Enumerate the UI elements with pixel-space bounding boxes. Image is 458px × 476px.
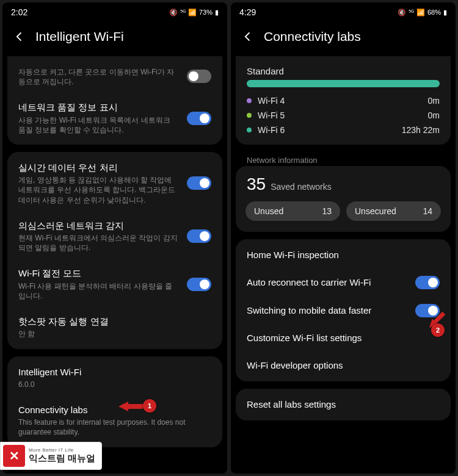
item-mobile-data-faster[interactable]: Switching to mobile data faster 2: [236, 297, 451, 325]
settings-card: Intelligent Wi-Fi 6.0.0 Connectivity lab…: [7, 356, 222, 447]
callout-badge-1: 1: [143, 399, 156, 413]
toggle-auto-reconnect[interactable]: [415, 276, 440, 289]
legend-label: Wi-Fi 5: [258, 110, 422, 120]
setting-desc: 현재 Wi-Fi 네트워크에서 의심스러운 작업이 감지되면 알림을 받습니다.: [18, 233, 178, 253]
mute-icon: 🔇: [169, 9, 178, 16]
chip-unsecured[interactable]: Unsecured 14: [346, 201, 441, 221]
status-time: 2:02: [11, 7, 27, 17]
watermark-logo-icon: ✕: [3, 445, 25, 467]
page-header: Intelligent Wi-Fi: [2, 20, 227, 56]
legend-label: Wi-Fi 4: [258, 96, 422, 106]
signal-icon: 📶: [188, 9, 197, 16]
setting-title: 실시간 데이터 우선 처리: [18, 162, 178, 174]
status-icons: 🔇 ⁵ᴳ 📶 68% ▮: [398, 9, 447, 16]
toggle-auto-wifi[interactable]: [187, 70, 211, 83]
chip-unused[interactable]: Unused 13: [245, 201, 340, 221]
setting-title: Connectivity labs: [18, 404, 203, 416]
chip-value: 14: [423, 206, 432, 216]
watermark-tagline: More Better IT Life: [29, 447, 95, 453]
mute-icon: 🔇: [398, 9, 406, 16]
status-bar: 4:29 🔇 ⁵ᴳ 📶 68% ▮: [231, 2, 456, 20]
back-icon[interactable]: [13, 31, 26, 43]
saved-count: 35: [247, 175, 266, 194]
setting-desc: 사용 가능한 Wi-Fi 네트워크 목록에서 네트워크 품질 정보를 확인할 수…: [18, 115, 178, 135]
legend-value: 0m: [428, 96, 440, 106]
standard-card: Standard Wi-Fi 4 0m Wi-Fi 5 0m Wi-Fi 6 1…: [236, 56, 451, 145]
settings-card: 자동으로 켜고, 다른 곳으로 이동하면 Wi-Fi가 자동으로 꺼집니다. 네…: [7, 56, 222, 145]
setting-title: Intelligent Wi-Fi: [18, 366, 203, 378]
page-title: Intelligent Wi-Fi: [35, 29, 124, 44]
legend-dot: [247, 113, 252, 118]
setting-desc: Wi-Fi 사용 패턴을 분석하여 배터리 사용량을 줄입니다.: [18, 281, 178, 301]
battery-text: 73%: [199, 9, 213, 16]
network-icon: ⁵ᴳ: [409, 9, 414, 16]
saved-networks[interactable]: 35 Saved networks: [236, 168, 451, 199]
legend-row: Wi-Fi 6 123h 22m: [236, 123, 451, 142]
watermark: ✕ More Better IT Life 익스트림 매뉴얼: [0, 442, 102, 470]
legend-row: Wi-Fi 4 0m: [236, 93, 451, 108]
settings-content[interactable]: 자동으로 켜고, 다른 곳으로 이동하면 Wi-Fi가 자동으로 꺼집니다. 네…: [2, 56, 227, 474]
battery-icon: ▮: [215, 9, 219, 16]
chips-row: Unused 13 Unsecured 14: [236, 199, 451, 229]
connectivity-labs-row[interactable]: Connectivity labs This feature is for in…: [7, 397, 222, 445]
legend-row: Wi-Fi 5 0m: [236, 108, 451, 123]
toggle-suspicious-detect[interactable]: [187, 229, 211, 243]
item-reset-labs[interactable]: Reset all labs settings: [236, 391, 451, 418]
phone-right: 4:29 🔇 ⁵ᴳ 📶 68% ▮ Connectivity labs Stan…: [231, 2, 456, 474]
toggle-realtime-priority[interactable]: [187, 176, 211, 190]
item-home-inspection[interactable]: Home Wi-Fi inspection: [236, 242, 451, 269]
status-bar: 2:02 🔇 ⁵ᴳ 📶 73% ▮: [2, 2, 227, 20]
setting-title: 의심스러운 네트워크 감지: [18, 220, 178, 232]
item-customize-list[interactable]: Customize Wi-Fi list settings: [236, 325, 451, 352]
setting-row[interactable]: 핫스팟 자동 실행 연결 안 함: [7, 308, 222, 346]
setting-row[interactable]: 네트워크 품질 정보 표시 사용 가능한 Wi-Fi 네트워크 목록에서 네트워…: [7, 94, 222, 142]
page-header: Connectivity labs: [231, 20, 456, 56]
item-developer-options[interactable]: Wi-Fi developer options: [236, 352, 451, 379]
signal-icon: 📶: [416, 9, 425, 16]
network-info-card: 35 Saved networks Unused 13 Unsecured 14: [236, 166, 451, 232]
chip-label: Unsecured: [355, 206, 396, 216]
item-title: Home Wi-Fi inspection: [247, 249, 339, 261]
status-icons: 🔇 ⁵ᴳ 📶 73% ▮: [169, 9, 219, 16]
usage-bar: [247, 80, 440, 87]
item-title: Reset all labs settings: [247, 398, 336, 411]
item-title: Customize Wi-Fi list settings: [247, 332, 362, 344]
chip-value: 13: [322, 206, 332, 216]
legend-value: 123h 22m: [402, 125, 440, 135]
item-title: Wi-Fi developer options: [247, 359, 343, 372]
watermark-name: 익스트림 매뉴얼: [29, 453, 95, 464]
battery-text: 68%: [427, 9, 441, 16]
setting-desc: 자동으로 켜고, 다른 곳으로 이동하면 Wi-Fi가 자동으로 꺼집니다.: [18, 67, 178, 87]
status-time: 4:29: [239, 7, 256, 17]
labs-content[interactable]: Standard Wi-Fi 4 0m Wi-Fi 5 0m Wi-Fi 6 1…: [231, 56, 456, 474]
back-icon[interactable]: [242, 31, 254, 43]
setting-row[interactable]: 의심스러운 네트워크 감지 현재 Wi-Fi 네트워크에서 의심스러운 작업이 …: [7, 212, 222, 261]
legend-label: Wi-Fi 6: [258, 125, 396, 135]
setting-row[interactable]: Wi-Fi 절전 모드 Wi-Fi 사용 패턴을 분석하여 배터리 사용량을 줄…: [7, 260, 222, 308]
labs-items-card: Home Wi-Fi inspection Auto reconnect to …: [236, 239, 451, 381]
chip-label: Unused: [254, 206, 283, 216]
legend-dot: [247, 98, 252, 103]
settings-card: 실시간 데이터 우선 처리 게임, 영상통화 등 끊김없이 사용해야 할 작업에…: [7, 152, 222, 349]
item-title: Auto reconnect to carrier Wi-Fi: [247, 276, 371, 289]
setting-desc: 안 함: [18, 329, 203, 339]
network-icon: ⁵ᴳ: [180, 9, 186, 16]
arrow-icon: [118, 400, 143, 413]
setting-row[interactable]: 자동으로 켜고, 다른 곳으로 이동하면 Wi-Fi가 자동으로 꺼집니다.: [7, 59, 222, 94]
setting-desc: 게임, 영상통화 등 끊김없이 사용해야 할 작업에 네트워크를 우선 사용하도…: [18, 175, 178, 205]
toggle-power-save[interactable]: [187, 278, 211, 291]
setting-title: 핫스팟 자동 실행 연결: [18, 316, 203, 328]
legend-dot: [247, 128, 252, 132]
setting-desc: 6.0.0: [18, 380, 203, 389]
svg-marker-0: [118, 402, 143, 411]
item-auto-reconnect[interactable]: Auto reconnect to carrier Wi-Fi: [236, 269, 451, 297]
setting-row[interactable]: Intelligent Wi-Fi 6.0.0: [7, 359, 222, 397]
toggle-quality-info[interactable]: [187, 112, 211, 125]
page-title: Connectivity labs: [264, 29, 361, 44]
saved-label: Saved networks: [271, 182, 332, 192]
legend-value: 0m: [428, 110, 440, 120]
item-title: Switching to mobile data faster: [247, 305, 371, 317]
battery-icon: ▮: [443, 9, 447, 16]
reset-card: Reset all labs settings: [236, 389, 451, 420]
setting-row[interactable]: 실시간 데이터 우선 처리 게임, 영상통화 등 끊김없이 사용해야 할 작업에…: [7, 154, 222, 212]
